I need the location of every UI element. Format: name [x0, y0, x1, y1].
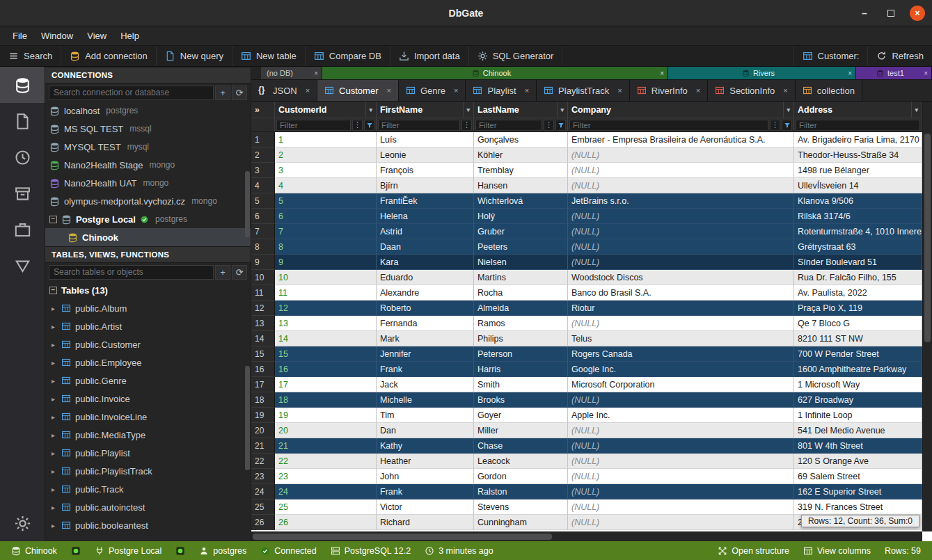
filter-input-company[interactable] [569, 120, 768, 131]
status-open-structure[interactable]: Open structure [711, 546, 796, 556]
toolbar-refresh[interactable]: Refresh [867, 46, 932, 66]
toolbar-import-data[interactable]: Import data [390, 46, 469, 66]
cell-address[interactable]: 69 Salem Street [794, 469, 922, 484]
tab-sectioninfo[interactable]: SectionInfo× [708, 80, 795, 101]
close-icon[interactable]: × [783, 86, 787, 95]
cell-customerid[interactable]: 22 [275, 454, 377, 469]
cell-company[interactable]: (NULL) [568, 163, 794, 178]
cell-firstname[interactable]: Jennifer [377, 346, 474, 362]
cell-customerid[interactable]: 18 [275, 392, 377, 408]
cell-address[interactable]: 700 W Pender Street [794, 346, 922, 362]
cell-address[interactable]: 1600 Amphitheatre Parkway [794, 362, 922, 377]
cell-customerid[interactable]: 26 [275, 515, 377, 530]
connection-olympus-medportal-vychozi-cz[interactable]: olympus-medportal.vychozi.czmongo [45, 192, 251, 210]
cell-lastname[interactable]: Almeida [474, 301, 568, 316]
vertical-scrollbar[interactable] [922, 102, 932, 531]
cell-customerid[interactable]: 3 [275, 163, 377, 178]
chevron-right-icon[interactable]: ▸ [49, 467, 57, 475]
table-item-public-customer[interactable]: ▸public.Customer [45, 335, 251, 353]
status-postgres[interactable]: postgres [192, 546, 253, 556]
row-number[interactable]: 11 [251, 285, 275, 301]
row-number[interactable]: 2 [251, 147, 275, 163]
cell-customerid[interactable]: 7 [275, 224, 377, 239]
row-number[interactable]: 25 [251, 499, 275, 515]
cell-company[interactable]: (NULL) [568, 255, 794, 270]
row-number[interactable]: 9 [251, 255, 275, 270]
cell-address[interactable]: 627 Broadway [794, 392, 922, 408]
status-rows-59[interactable]: Rows: 59 [878, 546, 928, 556]
cell-address[interactable]: 1 Infinite Loop [794, 408, 922, 423]
status-postgre-local[interactable]: Postgre Local [88, 546, 168, 556]
maximize-button[interactable] [883, 6, 899, 21]
table-item-public-playlisttrack[interactable]: ▸public.PlaylistTrack [45, 462, 251, 480]
menu-view[interactable]: View [80, 28, 113, 44]
cell-customerid[interactable]: 10 [275, 270, 377, 285]
connection-nano2health-uat[interactable]: Nano2Health UATmongo [45, 174, 251, 192]
cell-company[interactable]: (NULL) [568, 438, 794, 454]
status-view-columns[interactable]: View columns [796, 546, 878, 556]
connections-search-input[interactable] [49, 86, 214, 100]
tab-json[interactable]: {}JSON× [251, 80, 317, 101]
row-number[interactable]: 17 [251, 377, 275, 392]
cell-firstname[interactable]: Roberto [377, 301, 474, 316]
table-item-public-mediatype[interactable]: ▸public.MediaType [45, 426, 251, 444]
row-number[interactable]: 13 [251, 316, 275, 331]
cell-address[interactable]: 319 N. Frances Street [794, 499, 922, 515]
cell-customerid[interactable]: 6 [275, 209, 377, 224]
table-item-public-artist[interactable]: ▸public.Artist [45, 317, 251, 335]
filter-input-address[interactable] [796, 120, 920, 131]
filter-funnel-icon[interactable] [364, 120, 374, 131]
cell-address[interactable]: 162 E Superior Street [794, 484, 922, 499]
db-tab-chinook[interactable]: Chinook× [322, 67, 668, 79]
cell-lastname[interactable]: Peeters [474, 239, 568, 255]
cell-lastname[interactable]: Ramos [474, 316, 568, 331]
cell-firstname[interactable]: François [377, 163, 474, 178]
table-item-public-playlist[interactable]: ▸public.Playlist [45, 444, 251, 462]
toolbar-add-connection[interactable]: Add connection [61, 46, 157, 66]
chevron-down-icon[interactable]: ▾ [365, 102, 372, 118]
cell-firstname[interactable]: Victor [377, 499, 474, 515]
cell-customerid[interactable]: 5 [275, 193, 377, 209]
cell-customerid[interactable]: 14 [275, 331, 377, 346]
tab-collection[interactable]: collection [796, 80, 862, 101]
chevron-right-icon[interactable]: ▸ [49, 323, 57, 330]
cell-customerid[interactable]: 2 [275, 147, 377, 163]
rail-briefcase[interactable] [0, 211, 45, 248]
add-connection-small-button[interactable]: + [215, 86, 230, 100]
row-number[interactable]: 18 [251, 392, 275, 408]
cell-customerid[interactable]: 8 [275, 239, 377, 255]
rail-file[interactable] [0, 103, 45, 139]
row-number[interactable]: 5 [251, 193, 275, 209]
cell-customerid[interactable]: 23 [275, 469, 377, 484]
chevron-down-icon[interactable]: ▾ [783, 102, 790, 118]
cell-lastname[interactable]: Tremblay [474, 163, 568, 178]
cell-firstname[interactable]: Alexandre [377, 285, 474, 301]
cell-customerid[interactable]: 9 [275, 255, 377, 270]
cell-firstname[interactable]: Frank [377, 362, 474, 377]
row-number[interactable]: 20 [251, 423, 275, 438]
chevron-right-icon[interactable]: ▸ [49, 522, 57, 529]
cell-customerid[interactable]: 16 [275, 362, 377, 377]
menu-file[interactable]: File [6, 28, 34, 44]
cell-firstname[interactable]: Heather [377, 454, 474, 469]
cell-firstname[interactable]: Jack [377, 377, 474, 392]
cell-lastname[interactable]: Hansen [474, 178, 568, 193]
cell-address[interactable]: Theodor-Heuss-Straße 34 [794, 147, 922, 163]
cell-address[interactable]: Av. Paulista, 2022 [794, 285, 922, 301]
grid-corner-button[interactable]: » [251, 102, 275, 118]
filter-funnel-icon[interactable] [782, 120, 792, 131]
column-header-customerid[interactable]: CustomerId▾ [275, 102, 377, 118]
row-number[interactable]: 7 [251, 224, 275, 239]
cell-lastname[interactable]: Ralston [474, 484, 568, 499]
db-tab-test1[interactable]: test1× [856, 67, 932, 79]
db-tab-no-db[interactable]: (no DB)× [261, 67, 322, 79]
collapse-icon[interactable]: − [49, 216, 57, 223]
filter-input-customerid[interactable] [276, 120, 351, 131]
close-button[interactable]: × [910, 6, 925, 21]
cell-firstname[interactable]: Bjírn [377, 178, 474, 193]
cell-address[interactable]: 1 Microsoft Way [794, 377, 922, 392]
cell-firstname[interactable]: Helena [377, 209, 474, 224]
cell-lastname[interactable]: Brooks [474, 392, 568, 408]
cell-customerid[interactable]: 20 [275, 423, 377, 438]
tab-playlist[interactable]: Playlist× [466, 80, 537, 101]
